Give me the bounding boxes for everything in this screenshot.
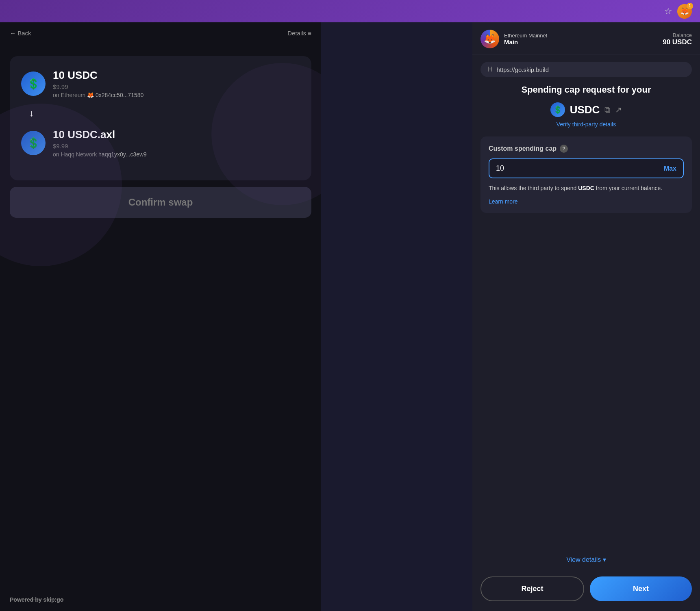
details-label: Details ≡	[287, 30, 311, 37]
copy-icon[interactable]: ⧉	[604, 105, 610, 115]
balance-value: 90 USDC	[663, 38, 692, 46]
external-link-icon[interactable]: ↗	[615, 105, 622, 115]
cap-desc-prefix: This allows the third party to spend	[489, 185, 576, 191]
from-address: 0x284cc50...71580	[96, 92, 143, 98]
help-icon[interactable]: ?	[560, 145, 568, 153]
skipgo-brand: skip:go	[43, 596, 63, 603]
details-button[interactable]: Details ≡	[287, 30, 311, 37]
url-text: https://go.skip.build	[497, 66, 549, 73]
network-info: 🦊 Ethereum Mainnet Main	[480, 30, 547, 48]
powered-by: Powered by skip:go	[10, 596, 63, 603]
star-icon[interactable]: ☆	[664, 6, 672, 17]
usdc-token-logo: 💲	[550, 102, 565, 117]
cap-desc-suffix: from your current balance.	[596, 185, 662, 191]
action-buttons: Reject Next	[472, 570, 700, 611]
balance-info: Balance 90 USDC	[663, 32, 692, 46]
cap-input[interactable]	[496, 164, 664, 173]
notification-badge: 1	[687, 3, 693, 9]
network-main: Main	[504, 39, 547, 46]
next-button[interactable]: Next	[590, 576, 692, 601]
cap-description: This allows the third party to spend USD…	[489, 184, 684, 193]
from-amount: 10 USDC	[53, 69, 143, 82]
reject-button[interactable]: Reject	[480, 576, 584, 601]
from-token-icon: 💲	[21, 72, 46, 96]
left-panel: ← Back Details ≡ 💲 10 USDC $9.99 on Ethe…	[0, 22, 321, 611]
verify-link[interactable]: Verify third-party details	[480, 121, 692, 128]
avatar-badge[interactable]: 🦊 1	[677, 4, 692, 19]
network-sub: Ethereum Mainnet	[504, 32, 547, 39]
popup-header: 🦊 Ethereum Mainnet Main Balance 90 USDC	[472, 22, 700, 54]
from-usd-value: $9.99	[53, 83, 143, 90]
from-swap-info: 10 USDC $9.99 on Ethereum 🦊 0x284cc50...…	[53, 69, 143, 98]
cap-input-wrapper: Max	[489, 158, 684, 178]
top-bar: ☆ 🦊 1	[0, 0, 700, 22]
metamask-popup: 🦊 Ethereum Mainnet Main Balance 90 USDC …	[472, 22, 700, 611]
cap-desc-token: USDC	[578, 185, 594, 191]
token-name: USDC	[570, 104, 600, 116]
cap-label-text: Custom spending cap	[489, 145, 557, 152]
url-bar: H https://go.skip.build	[480, 62, 692, 77]
left-nav: ← Back Details ≡	[0, 22, 321, 44]
back-label: ← Back	[10, 30, 31, 37]
learn-more-link[interactable]: Learn more	[489, 198, 684, 205]
metamask-logo: 🦊	[480, 30, 499, 48]
popup-content: Spending cap request for your 💲 USDC ⧉ ↗…	[472, 84, 700, 549]
token-row: 💲 USDC ⧉ ↗	[480, 102, 692, 117]
network-name-block: Ethereum Mainnet Main	[504, 32, 547, 46]
back-button[interactable]: ← Back	[10, 30, 31, 37]
view-details-button[interactable]: View details ▾	[480, 556, 692, 563]
spending-title: Spending cap request for your	[480, 84, 692, 95]
cap-box: Custom spending cap ? Max This allows th…	[480, 136, 692, 213]
from-chain-info: on Ethereum 🦊 0x284cc50...71580	[53, 92, 143, 98]
balance-label: Balance	[673, 32, 692, 38]
url-icon: H	[488, 66, 493, 73]
max-button[interactable]: Max	[664, 165, 676, 172]
cap-label: Custom spending cap ?	[489, 145, 684, 153]
